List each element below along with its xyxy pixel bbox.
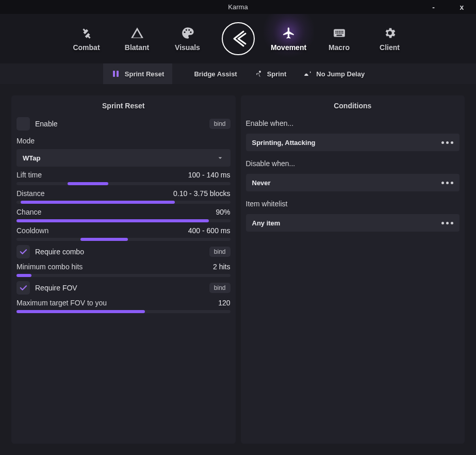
gear-icon xyxy=(383,26,397,40)
nav-client[interactable]: Client xyxy=(365,14,415,63)
sprint-icon xyxy=(254,69,263,78)
disable-when-selector[interactable]: Never xyxy=(246,174,460,191)
nav-combat[interactable]: Combat xyxy=(61,14,112,63)
enable-checkbox[interactable] xyxy=(17,117,30,131)
content: Sprint Reset Enable bind Mode WTap xyxy=(0,84,476,455)
tab-label: Bridge Assist xyxy=(194,70,237,78)
tab-label: Sprint xyxy=(267,70,287,78)
max-fov-slider: Maximum target FOV to you 120 xyxy=(17,299,231,313)
nav-label: Movement xyxy=(271,43,306,52)
slider-label: Chance xyxy=(17,208,41,216)
disable-when-value: Never xyxy=(252,179,271,187)
window-controls: - x xyxy=(419,0,476,14)
palette-icon xyxy=(180,26,195,40)
slider-value: 120 xyxy=(218,299,230,307)
cooldown-track[interactable] xyxy=(17,238,231,241)
more-icon xyxy=(441,182,453,184)
combat-icon xyxy=(79,26,94,40)
plane-icon xyxy=(282,26,296,40)
item-whitelist-label: Item whitelist xyxy=(246,198,460,208)
panel-sprint-reset: Sprint Reset Enable bind Mode WTap xyxy=(11,95,236,444)
require-combo-checkbox[interactable] xyxy=(17,245,30,258)
enable-label: Enable xyxy=(35,120,58,128)
enable-when-value: Sprinting, Attacking xyxy=(252,139,316,147)
svg-rect-1 xyxy=(117,71,119,77)
item-whitelist-selector[interactable]: Any item xyxy=(246,214,460,232)
slider-label: Lift time xyxy=(17,171,42,179)
keyboard-icon xyxy=(332,26,347,40)
cooldown-slider: Cooldown 400 - 600 ms xyxy=(17,226,231,241)
distance-slider: Distance 0.10 - 3.75 blocks xyxy=(17,189,231,204)
close-button[interactable]: x xyxy=(448,0,476,14)
slider-label: Distance xyxy=(17,189,44,198)
tab-label: Sprint Reset xyxy=(125,70,165,78)
lift-time-slider: Lift time 100 - 140 ms xyxy=(17,171,231,185)
slider-value: 2 hits xyxy=(213,263,230,271)
more-icon xyxy=(441,141,453,144)
chevron-down-icon xyxy=(216,154,224,162)
slider-value: 400 - 600 ms xyxy=(188,226,231,235)
disable-when-label: Disable when... xyxy=(246,157,460,168)
nav-label: Visuals xyxy=(175,43,200,52)
require-fov-checkbox[interactable] xyxy=(17,281,30,295)
logo-circle xyxy=(222,22,255,55)
warning-icon xyxy=(130,26,144,40)
minimize-button[interactable]: - xyxy=(419,0,448,14)
tab-no-jump-delay[interactable]: No Jump Delay xyxy=(294,63,373,84)
require-fov-bind[interactable]: bind xyxy=(209,283,231,293)
enable-when-label: Enable when... xyxy=(246,117,460,127)
slider-value: 100 - 140 ms xyxy=(188,171,231,179)
bridge-icon xyxy=(180,69,190,78)
require-combo-bind[interactable]: bind xyxy=(209,247,231,257)
logo xyxy=(213,22,264,55)
distance-track[interactable] xyxy=(17,201,231,204)
nav-label: Blatant xyxy=(125,43,149,52)
mode-value: WTap xyxy=(23,154,40,162)
slider-label: Maximum target FOV to you xyxy=(17,299,107,307)
tab-sprint-reset[interactable]: Sprint Reset xyxy=(103,63,173,84)
main-nav: Combat Blatant Visuals Movement Macro xyxy=(0,14,476,63)
nav-macro[interactable]: Macro xyxy=(314,14,365,63)
chance-track[interactable] xyxy=(17,219,231,222)
slider-label: Cooldown xyxy=(17,226,48,235)
window-title: Karma xyxy=(228,3,248,11)
slider-value: 0.10 - 3.75 blocks xyxy=(173,189,231,198)
svg-rect-0 xyxy=(113,71,115,77)
slider-label: Minimum combo hits xyxy=(17,263,83,271)
titlebar: Karma - x xyxy=(0,0,476,14)
nav-blatant[interactable]: Blatant xyxy=(112,14,162,63)
min-combo-track[interactable] xyxy=(17,274,231,277)
jump-icon xyxy=(303,69,312,78)
nav-label: Macro xyxy=(329,43,350,52)
chance-slider: Chance 90% xyxy=(17,208,231,222)
tab-label: No Jump Delay xyxy=(316,70,365,78)
slider-value: 90% xyxy=(216,208,230,216)
nav-label: Combat xyxy=(73,43,100,52)
sprint-reset-icon xyxy=(111,69,121,78)
nav-visuals[interactable]: Visuals xyxy=(162,14,213,63)
mode-label: Mode xyxy=(17,135,231,145)
row-require-fov: Require FOV bind xyxy=(17,281,231,295)
tab-sprint[interactable]: Sprint xyxy=(245,63,295,84)
row-enable: Enable bind xyxy=(17,117,231,131)
panel-conditions: Conditions Enable when... Sprinting, Att… xyxy=(241,95,465,444)
nav-label: Client xyxy=(380,43,400,52)
panel-title: Conditions xyxy=(241,95,465,115)
mode-dropdown[interactable]: WTap xyxy=(17,149,231,167)
min-combo-slider: Minimum combo hits 2 hits xyxy=(17,263,231,277)
enable-when-selector[interactable]: Sprinting, Attacking xyxy=(246,134,460,151)
item-whitelist-value: Any item xyxy=(252,219,281,227)
enable-bind[interactable]: bind xyxy=(209,119,231,129)
nav-movement[interactable]: Movement xyxy=(264,14,314,63)
row-require-combo: Require combo bind xyxy=(17,245,231,258)
lift-track[interactable] xyxy=(17,182,231,185)
sub-nav: Sprint Reset Bridge Assist Sprint No Jum… xyxy=(0,63,476,84)
require-fov-label: Require FOV xyxy=(35,284,77,292)
more-icon xyxy=(441,222,453,224)
panel-title: Sprint Reset xyxy=(11,95,236,115)
require-combo-label: Require combo xyxy=(35,248,84,256)
tab-bridge-assist[interactable]: Bridge Assist xyxy=(172,63,245,84)
max-fov-track[interactable] xyxy=(17,310,231,313)
logo-icon xyxy=(228,28,249,49)
